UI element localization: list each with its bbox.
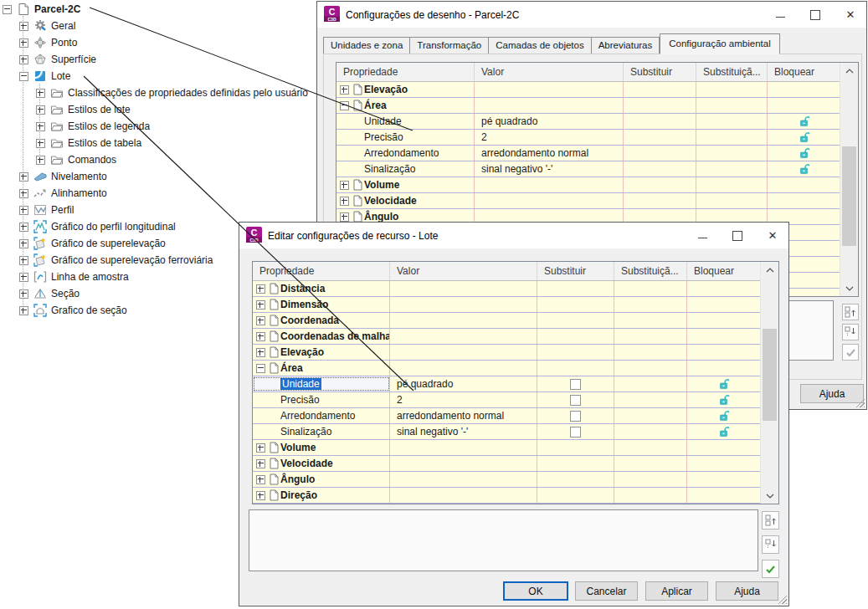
tree-item-superficie[interactable]: Superfície bbox=[19, 51, 96, 68]
row-arredondamento[interactable]: Arredondamentoarredondamento normal bbox=[336, 146, 858, 161]
expand-icon[interactable] bbox=[19, 189, 28, 198]
column-header-valor[interactable]: Valor bbox=[475, 63, 624, 81]
expand-icon[interactable] bbox=[256, 332, 265, 341]
column-header-bloquear[interactable]: Bloquear bbox=[768, 63, 841, 81]
expand-icon[interactable] bbox=[256, 348, 265, 357]
tree-item-alinhamento[interactable]: Alinhamento bbox=[19, 185, 107, 202]
override-checkbox[interactable] bbox=[570, 379, 581, 390]
override-checkbox[interactable] bbox=[570, 427, 581, 438]
cancelar-button[interactable]: Cancelar bbox=[575, 581, 638, 601]
row-sinalizacao[interactable]: Sinalizaçãosinal negativo '-' bbox=[253, 424, 778, 440]
expand-icon[interactable] bbox=[256, 443, 265, 453]
tree-item-grafico-de-superelevacao-ferroviaria[interactable]: Gráfico de superelevação ferroviária bbox=[19, 252, 213, 269]
expand-icon[interactable] bbox=[19, 206, 28, 215]
row-unidade[interactable]: Unidadepé quadrado bbox=[336, 114, 858, 130]
overrides-toggle-button[interactable] bbox=[762, 560, 779, 578]
close-icon[interactable]: ✕ bbox=[765, 228, 780, 243]
scroll-down-icon[interactable] bbox=[761, 489, 778, 503]
row-distancia[interactable]: Distância bbox=[253, 281, 778, 297]
scrollbar-thumb[interactable] bbox=[842, 146, 856, 246]
expand-icon[interactable] bbox=[19, 22, 28, 31]
column-header-propriedade[interactable]: Propriedade bbox=[336, 63, 475, 81]
row-area[interactable]: Área bbox=[336, 98, 858, 114]
overrides-toggle-button[interactable] bbox=[842, 344, 859, 361]
override-checkbox[interactable] bbox=[570, 395, 581, 406]
tree-item-secao[interactable]: Seção bbox=[19, 285, 80, 302]
row-velocidade[interactable]: Velocidade bbox=[336, 193, 858, 209]
expand-icon[interactable] bbox=[340, 212, 349, 222]
tree-item-estilos-de-legenda[interactable]: Estilos de legenda bbox=[36, 118, 150, 135]
expand-icon[interactable] bbox=[256, 284, 265, 294]
aplicar-button[interactable]: Aplicar bbox=[645, 581, 708, 601]
tab-unidades-e-zona[interactable]: Unidades e zona bbox=[323, 37, 410, 54]
maximize-button[interactable] bbox=[730, 228, 745, 243]
expand-icon[interactable] bbox=[19, 172, 28, 182]
minimize-button[interactable] bbox=[695, 228, 710, 243]
row-precisao[interactable]: Precisão2 bbox=[336, 130, 858, 146]
expand-icon[interactable] bbox=[19, 289, 28, 299]
tab-camadas-de-objetos[interactable]: Camadas de objetos bbox=[489, 37, 591, 54]
collapse-icon[interactable] bbox=[340, 101, 349, 110]
expand-icon[interactable] bbox=[256, 316, 265, 325]
lock-open-icon[interactable] bbox=[718, 378, 731, 391]
expand-icon[interactable] bbox=[340, 197, 349, 206]
expand-icon[interactable] bbox=[19, 223, 28, 232]
drawing-dialog-titlebar[interactable]: CC3D Configurações de desenho - Parcel-2… bbox=[317, 2, 866, 28]
expand-icon[interactable] bbox=[36, 105, 45, 115]
row-coordenada[interactable]: Coordenada bbox=[253, 313, 778, 329]
lock-open-icon[interactable] bbox=[799, 131, 811, 144]
row-sinalizacao[interactable]: Sinalizaçãosinal negativo '-' bbox=[336, 161, 858, 177]
expand-icon[interactable] bbox=[19, 273, 28, 282]
expand-icon[interactable] bbox=[36, 156, 45, 165]
row-elevacao[interactable]: Elevação bbox=[253, 345, 778, 361]
value-cell[interactable]: 2 bbox=[475, 130, 624, 145]
tree-item-linha-de-amostra[interactable]: Linha de amostra bbox=[19, 269, 129, 285]
row-precisao[interactable]: Precisão2 bbox=[253, 392, 778, 408]
tree-item-ponto[interactable]: Ponto bbox=[19, 34, 77, 51]
row-angulo[interactable]: Ângulo bbox=[253, 472, 778, 488]
tree-item-grafico-de-superelevacao[interactable]: Gráfico de superelevação bbox=[19, 235, 166, 252]
scroll-down-icon[interactable] bbox=[840, 281, 858, 295]
lock-open-icon[interactable] bbox=[799, 115, 811, 128]
expand-icon[interactable] bbox=[340, 181, 349, 190]
collapse-categories-button[interactable] bbox=[842, 304, 859, 320]
feature-dialog-titlebar[interactable]: CC3D Editar configurações de recurso - L… bbox=[239, 223, 788, 248]
tree-item-nivelamento[interactable]: Nivelamento bbox=[19, 168, 107, 185]
tab-abreviaturas[interactable]: Abreviaturas bbox=[592, 37, 660, 54]
tree-item-grafico-do-perfil-longitudinal[interactable]: Gráfico do perfil longitudinal bbox=[19, 218, 176, 235]
lock-open-icon[interactable] bbox=[799, 147, 811, 160]
row-volume[interactable]: Volume bbox=[253, 440, 778, 456]
expand-icon[interactable] bbox=[256, 459, 265, 468]
ok-button[interactable]: OK bbox=[503, 581, 568, 601]
collapse-icon[interactable] bbox=[19, 72, 28, 81]
row-volume[interactable]: Volume bbox=[336, 177, 858, 193]
expand-icon[interactable] bbox=[19, 256, 28, 265]
tree-item-parcel-2c[interactable]: Parcel-2C bbox=[3, 1, 80, 18]
tab-configuracao-ambiental[interactable]: Configuração ambiental bbox=[660, 33, 779, 54]
column-header-propriedade[interactable]: Propriedade bbox=[253, 262, 390, 280]
tab-transformacao[interactable]: Transformação bbox=[410, 37, 489, 54]
row-unidade[interactable]: Unidadepé quadrado bbox=[253, 376, 778, 392]
override-checkbox[interactable] bbox=[570, 411, 581, 422]
row-direcao[interactable]: Direção bbox=[253, 488, 778, 504]
lock-open-icon[interactable] bbox=[718, 410, 731, 422]
expand-icon[interactable] bbox=[36, 139, 45, 148]
row-area[interactable]: Área bbox=[253, 361, 778, 376]
expand-icon[interactable] bbox=[256, 491, 265, 500]
vertical-scrollbar[interactable] bbox=[840, 63, 858, 296]
column-header-valor[interactable]: Valor bbox=[390, 262, 537, 280]
column-header-substituica[interactable]: Substituiçã... bbox=[614, 262, 687, 280]
expand-icon[interactable] bbox=[36, 122, 45, 131]
expand-icon[interactable] bbox=[19, 239, 28, 248]
lock-open-icon[interactable] bbox=[718, 394, 731, 407]
tree-item-estilos-de-tabela[interactable]: Estilos de tabela bbox=[36, 135, 141, 151]
vertical-scrollbar[interactable] bbox=[760, 262, 778, 504]
help-button[interactable]: Ajuda bbox=[800, 384, 864, 403]
value-cell[interactable]: pé quadrado bbox=[475, 114, 624, 129]
scrollbar-thumb[interactable] bbox=[763, 329, 777, 421]
expand-icon[interactable] bbox=[36, 89, 45, 98]
expand-icon[interactable] bbox=[19, 306, 28, 315]
expand-icon[interactable] bbox=[256, 300, 265, 310]
row-elevacao[interactable]: Elevação bbox=[336, 82, 858, 98]
value-cell[interactable]: arredondamento normal bbox=[390, 408, 537, 423]
